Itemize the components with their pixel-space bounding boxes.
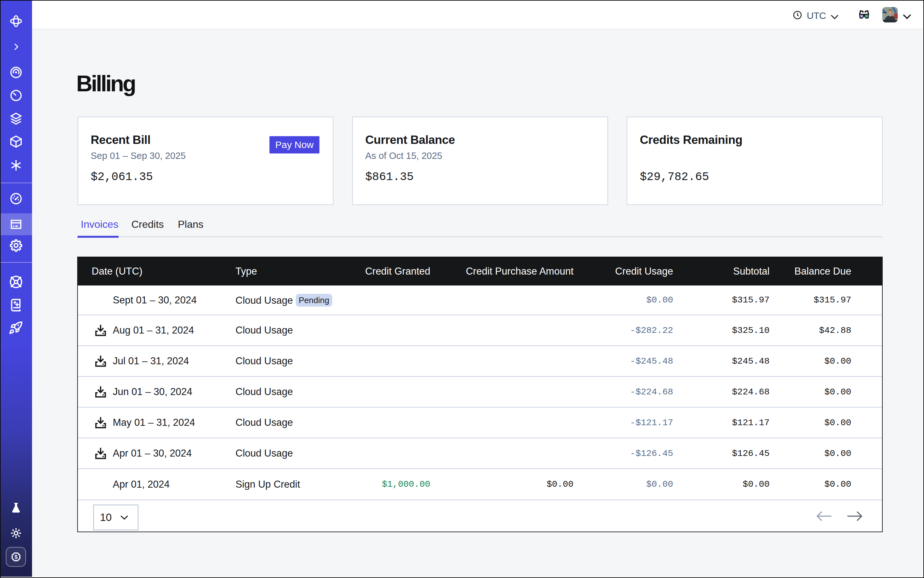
svg-text:$: $ bbox=[15, 554, 17, 560]
